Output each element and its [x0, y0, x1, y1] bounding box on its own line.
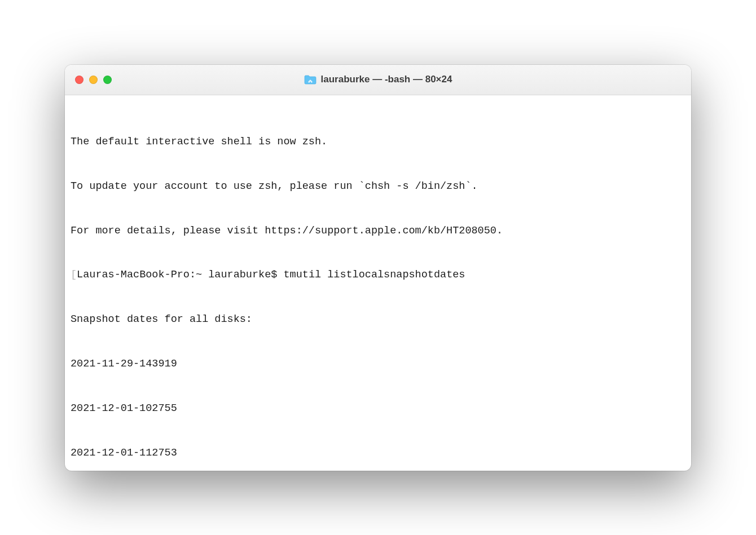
shell-message-line: To update your account to use zsh, pleas… — [71, 179, 685, 194]
snapshot-date: 2021-12-01-102755 — [71, 401, 685, 416]
titlebar[interactable]: lauraburke — -bash — 80×24 — [65, 65, 691, 95]
snapshot-date: 2021-12-01-112753 — [71, 446, 685, 461]
close-button[interactable] — [75, 76, 83, 84]
terminal-body[interactable]: The default interactive shell is now zsh… — [65, 95, 691, 471]
prompt-prefix: Lauras-MacBook-Pro:~ lauraburke$ — [77, 269, 283, 281]
prompt-line-1: [Lauras-MacBook-Pro:~ lauraburke$ tmutil… — [71, 268, 685, 282]
window-title: lauraburke — -bash — 80×24 — [321, 74, 452, 85]
open-bracket: [ — [71, 269, 77, 281]
shell-message-line: For more details, please visit https://s… — [71, 224, 685, 238]
traffic-lights — [75, 76, 112, 84]
home-folder-icon — [304, 74, 317, 85]
maximize-button[interactable] — [103, 76, 112, 84]
terminal-window: lauraburke — -bash — 80×24 The default i… — [65, 65, 691, 471]
command-text: tmutil listlocalsnapshotdates — [283, 269, 465, 281]
title-wrap: lauraburke — -bash — 80×24 — [65, 74, 691, 85]
minimize-button[interactable] — [89, 76, 98, 84]
snapshot-date: 2021-11-29-143919 — [71, 357, 685, 372]
output-header: Snapshot dates for all disks: — [71, 312, 685, 327]
shell-message-line: The default interactive shell is now zsh… — [71, 135, 685, 149]
